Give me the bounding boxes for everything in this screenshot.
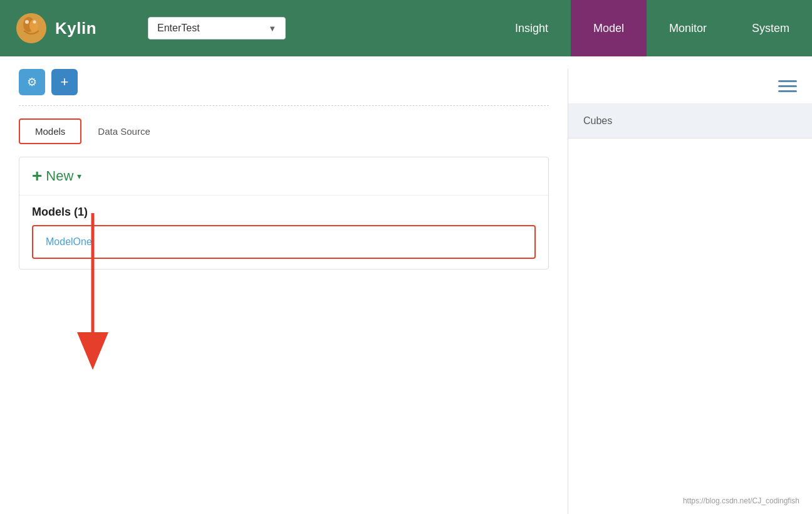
settings-button[interactable]: ⚙ [19,69,45,95]
right-panel-header [568,69,812,104]
new-chevron-icon: ▾ [77,171,81,181]
toolbar: ⚙ + [19,69,549,95]
hamburger-line-1 [778,80,797,82]
models-section: + New ▾ Models (1) ModelOne [19,157,549,270]
cubes-item[interactable]: Cubes [568,104,812,139]
plus-icon: + [61,74,69,90]
project-dropdown[interactable]: EnterTest ▼ [148,17,286,39]
project-name: EnterTest [157,23,200,34]
new-model-button[interactable]: + New ▾ [32,166,81,186]
logo-section: Kylin [0,0,138,56]
toolbar-divider [19,105,549,106]
dropdown-arrow-icon: ▼ [268,24,276,33]
top-navigation: Kylin EnterTest ▼ Insight Model Monitor … [0,0,812,56]
kylin-logo-icon [15,12,48,45]
content-area: ⚙ + Models Data Source + New ▾ Models (1… [0,56,812,514]
project-selector[interactable]: EnterTest ▼ [138,0,296,56]
left-panel: ⚙ + Models Data Source + New ▾ Models (1… [0,69,568,514]
tab-model[interactable]: Model [571,0,647,56]
tab-insight[interactable]: Insight [492,0,571,56]
svg-point-3 [25,20,29,24]
tab-data-source[interactable]: Data Source [81,118,166,144]
model-item-row[interactable]: ModelOne [32,225,536,259]
model-item-link[interactable]: ModelOne [46,236,92,247]
sub-tabs: Models Data Source [19,118,549,144]
settings-icon: ⚙ [27,75,37,89]
hamburger-line-2 [778,85,797,87]
svg-point-4 [33,21,36,24]
new-button-label: New [46,168,73,184]
logo-text: Kylin [55,19,96,38]
hamburger-line-3 [778,90,797,92]
hamburger-menu-icon[interactable] [778,80,797,92]
tab-monitor[interactable]: Monitor [647,0,729,56]
right-panel: Cubes [568,69,812,514]
tab-models[interactable]: Models [19,118,81,144]
add-button[interactable]: + [51,69,78,95]
new-plus-icon: + [32,166,42,186]
tab-system[interactable]: System [729,0,812,56]
models-count: Models (1) [19,196,548,225]
models-header-bar: + New ▾ [19,157,548,196]
footer-url: https://blog.csdn.net/CJ_codingfish [683,496,799,505]
main-nav-tabs: Insight Model Monitor System [492,0,812,56]
